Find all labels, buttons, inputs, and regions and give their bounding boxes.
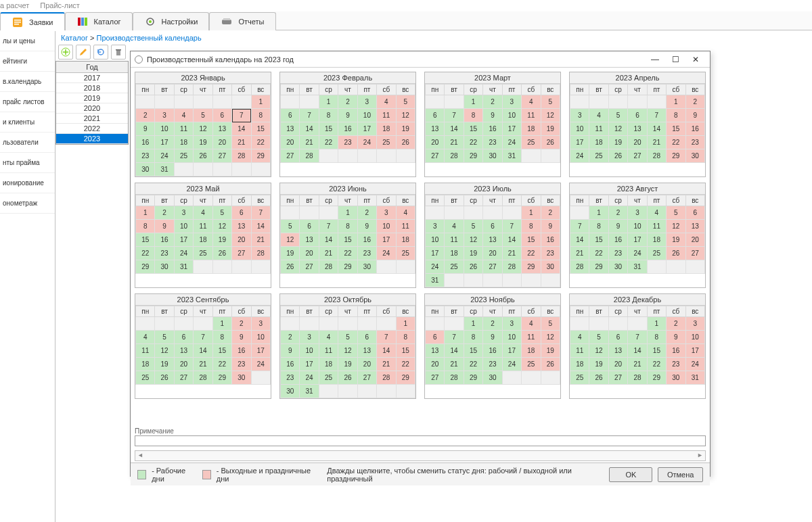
- day-cell[interactable]: 22: [464, 358, 482, 371]
- day-cell[interactable]: 18: [136, 358, 155, 371]
- day-cell[interactable]: 15: [647, 344, 666, 358]
- sidebar-item[interactable]: в.календарь: [0, 72, 55, 92]
- day-cell[interactable]: 30: [232, 371, 251, 385]
- day-cell[interactable]: 29: [136, 260, 155, 274]
- day-cell[interactable]: 23: [357, 247, 376, 260]
- day-cell[interactable]: 9: [685, 109, 704, 122]
- day-cell[interactable]: 25: [319, 371, 338, 385]
- day-cell[interactable]: 10: [300, 344, 319, 358]
- day-cell[interactable]: 2: [541, 206, 560, 220]
- day-cell[interactable]: 22: [522, 247, 541, 260]
- day-cell[interactable]: 27: [685, 247, 704, 260]
- day-cell[interactable]: 8: [251, 109, 270, 122]
- day-cell[interactable]: 7: [445, 109, 464, 122]
- day-cell[interactable]: 6: [685, 206, 704, 220]
- sidebar-item[interactable]: ионирование: [0, 173, 55, 193]
- day-cell[interactable]: 22: [212, 358, 231, 371]
- day-cell[interactable]: 29: [667, 149, 685, 163]
- day-cell[interactable]: 3: [357, 95, 376, 109]
- day-cell[interactable]: 8: [589, 220, 608, 233]
- day-cell[interactable]: 30: [541, 260, 560, 274]
- sidebar-item[interactable]: льзователи: [0, 133, 55, 153]
- breadcrumb-page[interactable]: Производственный календарь: [97, 34, 202, 42]
- day-cell[interactable]: 29: [212, 371, 231, 385]
- day-cell[interactable]: 5: [212, 206, 231, 220]
- day-cell[interactable]: 10: [502, 331, 521, 344]
- day-cell[interactable]: 3: [570, 109, 589, 122]
- day-cell[interactable]: 24: [155, 149, 174, 163]
- sidebar-item[interactable]: прайс листов: [0, 92, 55, 112]
- day-cell[interactable]: 23: [232, 358, 251, 371]
- day-cell[interactable]: 25: [570, 371, 589, 385]
- day-cell[interactable]: 25: [589, 149, 608, 163]
- day-cell[interactable]: 30: [155, 260, 174, 274]
- day-cell[interactable]: 9: [667, 331, 685, 344]
- day-cell[interactable]: 17: [570, 136, 589, 149]
- day-cell[interactable]: 14: [319, 233, 338, 247]
- day-cell[interactable]: 30: [608, 260, 627, 274]
- sidebar-item[interactable]: ейтинги: [0, 51, 55, 72]
- day-cell[interactable]: 31: [685, 371, 704, 385]
- day-cell[interactable]: 9: [608, 220, 627, 233]
- day-cell[interactable]: 24: [426, 260, 445, 274]
- day-cell[interactable]: 15: [522, 233, 541, 247]
- day-cell[interactable]: 21: [251, 233, 270, 247]
- day-cell[interactable]: 17: [426, 247, 445, 260]
- day-cell[interactable]: 1: [396, 317, 415, 331]
- day-cell[interactable]: 19: [155, 358, 174, 371]
- day-cell[interactable]: 8: [136, 220, 155, 233]
- day-cell[interactable]: 4: [396, 206, 415, 220]
- day-cell[interactable]: 10: [174, 220, 193, 233]
- day-cell[interactable]: 26: [281, 260, 300, 274]
- day-cell[interactable]: 20: [608, 358, 627, 371]
- day-cell[interactable]: 4: [319, 331, 338, 344]
- day-cell[interactable]: 8: [319, 109, 338, 122]
- day-cell[interactable]: 5: [667, 206, 685, 220]
- day-cell[interactable]: 3: [426, 220, 445, 233]
- day-cell[interactable]: 12: [541, 109, 560, 122]
- day-cell[interactable]: 1: [522, 206, 541, 220]
- add-button[interactable]: [58, 45, 73, 60]
- day-cell[interactable]: 11: [377, 109, 396, 122]
- year-item[interactable]: 2017: [56, 73, 128, 83]
- day-cell[interactable]: 16: [232, 344, 251, 358]
- day-cell[interactable]: 4: [647, 206, 666, 220]
- day-cell[interactable]: 1: [212, 317, 231, 331]
- day-cell[interactable]: 9: [281, 344, 300, 358]
- day-cell[interactable]: 14: [300, 122, 319, 136]
- day-cell[interactable]: 22: [319, 136, 338, 149]
- day-cell[interactable]: 16: [608, 233, 627, 247]
- day-cell[interactable]: 7: [570, 220, 589, 233]
- day-cell[interactable]: 25: [194, 247, 212, 260]
- day-cell[interactable]: 11: [570, 344, 589, 358]
- day-cell[interactable]: 17: [357, 122, 376, 136]
- day-cell[interactable]: 11: [522, 331, 541, 344]
- day-cell[interactable]: 23: [136, 149, 155, 163]
- day-cell[interactable]: 13: [426, 344, 445, 358]
- day-cell[interactable]: 8: [396, 331, 415, 344]
- day-cell[interactable]: 4: [136, 331, 155, 344]
- day-cell[interactable]: 13: [281, 122, 300, 136]
- day-cell[interactable]: 23: [685, 136, 704, 149]
- day-cell[interactable]: 20: [174, 358, 193, 371]
- day-cell[interactable]: 16: [136, 136, 155, 149]
- day-cell[interactable]: 13: [174, 344, 193, 358]
- day-cell[interactable]: 15: [464, 344, 482, 358]
- day-cell[interactable]: 14: [445, 344, 464, 358]
- day-cell[interactable]: 3: [685, 317, 704, 331]
- day-cell[interactable]: 7: [232, 109, 251, 122]
- day-cell[interactable]: 12: [464, 233, 482, 247]
- day-cell[interactable]: 18: [319, 358, 338, 371]
- day-cell[interactable]: 16: [483, 344, 502, 358]
- day-cell[interactable]: 27: [608, 371, 627, 385]
- day-cell[interactable]: 13: [357, 344, 376, 358]
- day-cell[interactable]: 5: [589, 331, 608, 344]
- day-cell[interactable]: 12: [155, 344, 174, 358]
- day-cell[interactable]: 25: [647, 247, 666, 260]
- day-cell[interactable]: 28: [570, 260, 589, 274]
- day-cell[interactable]: 11: [396, 220, 415, 233]
- day-cell[interactable]: 27: [300, 260, 319, 274]
- refresh-button[interactable]: [93, 45, 108, 60]
- day-cell[interactable]: 24: [377, 247, 396, 260]
- day-cell[interactable]: 4: [570, 331, 589, 344]
